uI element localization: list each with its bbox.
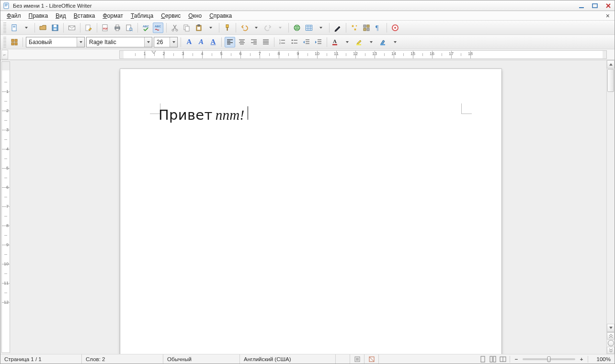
background-color-dropdown[interactable]	[390, 37, 400, 47]
font-size-combo[interactable]	[154, 37, 178, 47]
view-book-icon[interactable]	[500, 356, 506, 363]
background-color-button[interactable]	[378, 37, 388, 47]
new-button[interactable]	[9, 23, 20, 33]
styles-button[interactable]	[9, 37, 20, 47]
svg-rect-42	[11, 39, 14, 42]
save-button[interactable]	[50, 23, 60, 33]
zoom-value[interactable]: 100%	[592, 356, 611, 362]
paragraph-style-input[interactable]	[26, 37, 77, 47]
highlight-button[interactable]	[354, 37, 364, 47]
toolbar-grip-2[interactable]	[3, 37, 6, 47]
align-justify-button[interactable]	[261, 37, 271, 47]
view-multi-page-icon[interactable]	[490, 356, 496, 363]
menu-tools[interactable]: Сервис	[158, 12, 184, 20]
spellcheck-button[interactable]: ABC	[141, 23, 151, 33]
status-language[interactable]: Английский (США)	[240, 354, 336, 364]
edit-file-button[interactable]	[83, 23, 94, 33]
status-signature[interactable]	[364, 354, 379, 364]
undo-button[interactable]	[239, 23, 250, 33]
font-size-input[interactable]	[154, 37, 170, 47]
previous-page-button[interactable]	[607, 332, 615, 340]
undo-dropdown[interactable]	[251, 23, 262, 33]
menu-insert[interactable]: Вставка	[70, 12, 99, 20]
cut-button[interactable]	[170, 23, 180, 33]
zoom-out-button[interactable]: −	[513, 356, 519, 362]
status-page[interactable]: Страница 1 / 1	[0, 354, 82, 364]
export-pdf-button[interactable]: PDF	[100, 23, 111, 33]
paste-dropdown[interactable]	[205, 23, 216, 33]
bold-button[interactable]: A	[184, 37, 194, 47]
menu-help[interactable]: Справка	[206, 12, 235, 20]
paste-button[interactable]	[194, 23, 204, 33]
navigator-button[interactable]	[361, 23, 372, 33]
copy-button[interactable]	[182, 23, 192, 33]
underline-button[interactable]: A	[208, 37, 218, 47]
font-name-dropdown[interactable]	[144, 37, 152, 47]
font-name-combo[interactable]	[86, 37, 152, 47]
nonprinting-chars-button[interactable]: ¶	[373, 23, 384, 33]
decrease-indent-button[interactable]	[301, 37, 312, 47]
horizontal-ruler[interactable]: 123456789101112131415161718	[119, 50, 607, 59]
document-text[interactable]: Привет ппт!	[159, 106, 248, 123]
minimize-button[interactable]	[578, 2, 585, 9]
show-draw-functions-button[interactable]	[332, 23, 343, 33]
scroll-up-button[interactable]	[607, 60, 615, 68]
table-button[interactable]	[304, 23, 314, 33]
zoom-slider[interactable]	[523, 358, 575, 360]
menu-table[interactable]: Таблица	[127, 12, 157, 20]
paragraph-style-dropdown[interactable]	[77, 37, 84, 47]
mail-button[interactable]	[67, 23, 77, 33]
menu-edit[interactable]: Правка	[25, 12, 52, 20]
tab-type-selector[interactable]: ⌐	[1, 50, 8, 59]
toolbar-grip[interactable]	[3, 23, 6, 33]
menu-window[interactable]: Окно	[185, 12, 205, 20]
bulleted-list-button[interactable]	[289, 37, 300, 47]
align-left-button[interactable]	[225, 37, 235, 47]
vertical-scrollbar[interactable]	[606, 60, 615, 354]
paragraph-style-combo[interactable]	[26, 37, 85, 47]
svg-rect-35	[364, 25, 366, 27]
document-area[interactable]: Привет ппт!	[10, 60, 606, 354]
maximize-button[interactable]	[592, 2, 598, 9]
font-color-button[interactable]: A	[330, 37, 341, 47]
increase-indent-button[interactable]	[313, 37, 324, 47]
menu-file[interactable]: Файл	[3, 12, 24, 20]
find-replace-button[interactable]	[349, 23, 360, 33]
zoom-handle[interactable]	[547, 356, 551, 362]
new-dropdown[interactable]	[21, 23, 32, 33]
menu-format[interactable]: Формат	[99, 12, 126, 20]
format-paintbrush-button[interactable]	[222, 23, 233, 33]
scroll-down-button[interactable]	[607, 324, 615, 332]
status-words[interactable]: Слов: 2	[82, 354, 163, 364]
document-close-button[interactable]: ×	[604, 12, 612, 20]
hyperlink-button[interactable]	[292, 23, 302, 33]
scroll-thumb[interactable]	[607, 69, 614, 92]
vertical-ruler[interactable]: 123456789101112	[1, 61, 10, 353]
highlight-dropdown[interactable]	[366, 37, 376, 47]
italic-button[interactable]: A	[196, 37, 206, 47]
numbered-list-button[interactable]: 12	[277, 37, 288, 47]
view-single-page-icon[interactable]	[479, 356, 486, 363]
close-button[interactable]	[605, 2, 612, 9]
font-size-dropdown[interactable]	[170, 37, 177, 47]
next-page-button[interactable]	[607, 347, 615, 354]
open-button[interactable]	[38, 23, 48, 33]
redo-button[interactable]	[263, 23, 273, 33]
font-name-input[interactable]	[87, 37, 144, 47]
print-button[interactable]	[112, 23, 123, 33]
zoom-in-button[interactable]: +	[579, 356, 584, 362]
autospellcheck-button[interactable]: ABC	[153, 23, 163, 33]
align-right-button[interactable]	[249, 37, 259, 47]
page[interactable]: Привет ппт!	[120, 69, 501, 354]
status-insert[interactable]	[336, 354, 350, 364]
align-center-button[interactable]	[237, 37, 247, 47]
table-dropdown[interactable]	[316, 23, 326, 33]
print-preview-button[interactable]	[124, 23, 135, 33]
font-color-dropdown[interactable]	[342, 37, 353, 47]
status-pagestyle[interactable]: Обычный	[163, 354, 240, 364]
redo-dropdown[interactable]	[275, 23, 285, 33]
navigation-select-button[interactable]	[608, 340, 614, 346]
status-selection[interactable]	[350, 354, 364, 364]
menu-view[interactable]: Вид	[52, 12, 69, 20]
help-button[interactable]	[390, 23, 400, 33]
